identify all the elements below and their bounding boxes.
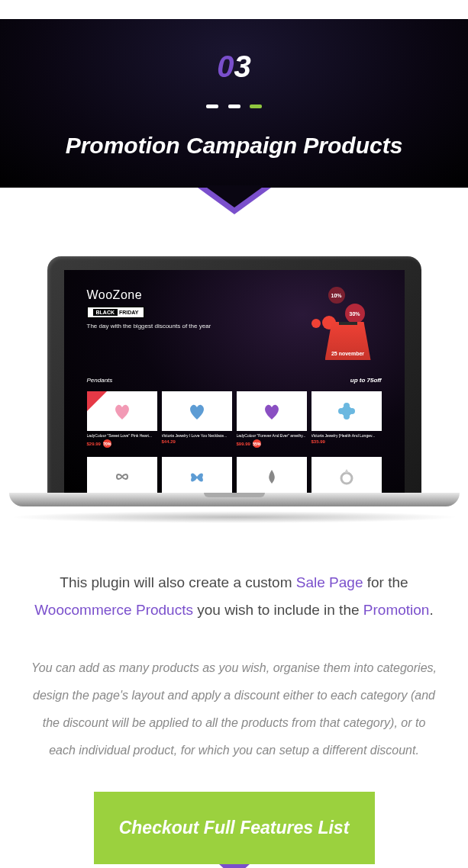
dot-1: [206, 104, 218, 108]
laptop-mockup-section: WooZone BLACKFRIDAY The day with the big…: [0, 188, 468, 569]
black-friday-badge: BLACKFRIDAY: [87, 307, 145, 318]
pendant-infinity-icon: [111, 465, 134, 488]
product-card: [162, 457, 232, 493]
p1-part3: you wish to include in the: [193, 602, 363, 618]
badge-friday: FRIDAY: [119, 310, 138, 315]
product-card: [311, 457, 382, 493]
category-bar: Pendants up to 75off: [64, 374, 405, 387]
category-name: Pendants: [87, 377, 113, 384]
step-number: 03: [15, 50, 453, 84]
svg-point-2: [349, 408, 355, 414]
hero-title: Promotion Campaign Products: [15, 133, 453, 159]
product-price: $35.99: [311, 439, 325, 444]
step-second-digit: 3: [234, 50, 251, 83]
product-image: [87, 457, 157, 493]
logo-zone: Zone: [113, 288, 142, 301]
hero-arrow-icon: [204, 185, 265, 207]
svg-point-1: [344, 403, 350, 409]
hero-section: 03 Promotion Campaign Products: [0, 19, 468, 188]
svg-point-5: [341, 473, 352, 484]
discount-chip: 70%: [103, 439, 111, 448]
pendant-butterfly-icon: [186, 465, 208, 488]
product-image: [311, 391, 382, 431]
logo-woo: Woo: [87, 288, 113, 301]
product-image: [237, 391, 307, 431]
bubble-10: 10%: [328, 287, 345, 304]
product-title: Victoria Jewelry [Health And Longev...: [311, 433, 382, 438]
p1-hl-woo-products: Woocommerce Products: [34, 602, 193, 618]
product-card: LadyColour "Sweet Love" Pink Heart... $2…: [87, 391, 157, 448]
paragraph-1: This plugin will also create a custom Sa…: [29, 569, 439, 624]
p1-part1: This plugin will also create a custom: [60, 574, 295, 590]
svg-point-3: [344, 413, 350, 420]
product-title: Victoria Jewelry I Love You Necklace...: [162, 433, 232, 438]
product-card: Victoria Jewelry I Love You Necklace... …: [162, 391, 232, 448]
top-spacer: [0, 0, 468, 19]
product-price-row: $99.99 55%: [237, 439, 307, 448]
pendant-heart-icon: [111, 400, 134, 423]
p1-part4: .: [429, 602, 433, 618]
calendar-date: 25 november: [325, 351, 371, 356]
products-grid-row1: LadyColour "Sweet Love" Pink Heart... $2…: [64, 387, 405, 452]
products-grid-row2: [64, 452, 405, 493]
cta-features-button[interactable]: Checkout Full Features List: [94, 792, 375, 864]
svg-point-4: [338, 408, 344, 414]
p1-hl-sale-page: Sale Page: [296, 574, 363, 590]
badge-black: BLACK: [93, 309, 118, 316]
bubble-30: 30%: [345, 304, 365, 323]
cta-label: Checkout Full Features List: [119, 818, 350, 837]
product-title: LadyColour "Forever And Ever" amethy...: [237, 433, 307, 438]
product-card: Victoria Jewelry [Health And Longev... $…: [311, 391, 382, 448]
product-price: $44.29: [162, 439, 176, 444]
pendant-drop-icon: [260, 465, 283, 488]
laptop-base: [9, 493, 460, 506]
product-title: LadyColour "Sweet Love" Pink Heart...: [87, 433, 157, 438]
body-text: This plugin will also create a custom Sa…: [0, 569, 468, 868]
cta-arrow-icon: [219, 864, 250, 868]
product-price: $29.99: [87, 442, 101, 446]
product-card: LadyColour "Forever And Ever" amethy... …: [237, 391, 307, 448]
product-image: [162, 391, 232, 431]
laptop-shadow: [9, 511, 460, 523]
p1-hl-promotion: Promotion: [363, 602, 430, 618]
laptop-screen: WooZone BLACKFRIDAY The day with the big…: [64, 270, 405, 493]
bubble-small-2: [311, 319, 321, 328]
product-price: $99.99: [237, 442, 250, 446]
laptop-frame: WooZone BLACKFRIDAY The day with the big…: [47, 256, 421, 493]
laptop-mockup: WooZone BLACKFRIDAY The day with the big…: [9, 256, 460, 523]
category-discount-value: 75off: [367, 377, 382, 384]
pendant-flower-icon: [335, 400, 358, 423]
product-price-row: $35.99: [311, 439, 382, 444]
pendant-heart-icon: [260, 400, 283, 423]
dot-3-active: [250, 104, 262, 108]
discount-chip: 55%: [253, 439, 261, 448]
product-image: [237, 457, 307, 493]
svg-marker-6: [344, 469, 349, 473]
product-image: [87, 391, 157, 431]
product-image: [162, 457, 232, 493]
dot-2: [228, 104, 240, 108]
product-price-row: $44.29: [162, 439, 232, 444]
calendar-icon: 25 november: [325, 322, 371, 360]
pendant-ring-icon: [335, 465, 358, 488]
category-discount-label: up to: [350, 377, 366, 384]
product-card: [237, 457, 307, 493]
pendant-heart-icon: [186, 400, 208, 423]
product-image: [311, 457, 382, 493]
product-card: [87, 457, 157, 493]
product-price-row: $29.99 70%: [87, 439, 157, 448]
step-dots: [15, 98, 453, 111]
category-discount: up to 75off: [350, 377, 382, 384]
p1-part2: for the: [363, 574, 408, 590]
step-first-digit: 0: [217, 50, 234, 83]
paragraph-2: You can add as many products as you wish…: [29, 654, 439, 764]
